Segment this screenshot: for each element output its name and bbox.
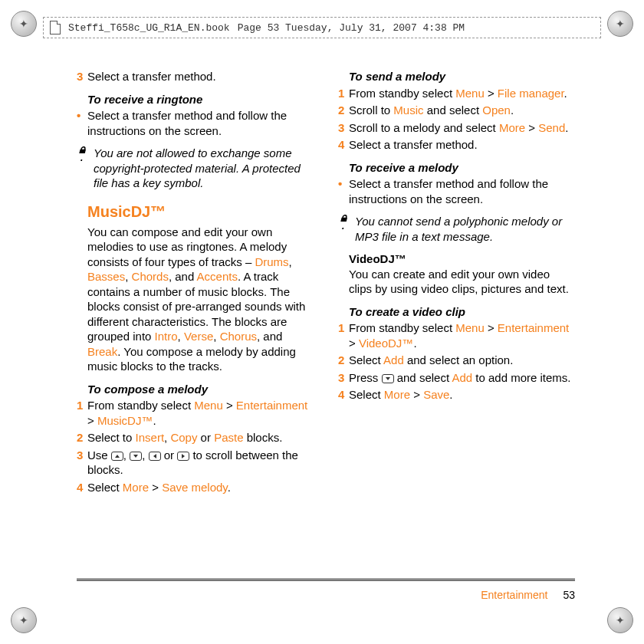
list-item: 2 Select Add and select an option. [338,353,575,368]
list-item: 2 Scroll to Music and select Open. [338,103,575,118]
subheading: To compose a melody [77,382,314,397]
section-title: MusicDJ™ [77,202,314,222]
step-number: 2 [338,353,349,368]
step-number: 3 [77,448,87,478]
step-number: 1 [338,320,349,350]
list-item: 1 From standby select Menu > Entertainme… [77,398,314,428]
nav-up-icon [111,452,123,461]
file-icon [50,21,61,34]
nav-down-icon [382,374,394,383]
header-filename: Steffi_T658c_UG_R1A_EN.book [68,22,230,34]
step-number: 1 [338,86,349,101]
lock-icon: 🔒︎. [338,214,349,244]
step-text: From standby select Menu > Entertainment… [349,320,575,350]
nav-left-icon [149,452,161,461]
step-text: Press and select Add to add more items. [349,370,575,386]
list-item: 1 From standby select Menu > Entertainme… [338,320,575,350]
step-number: 4 [77,480,87,495]
note: 🔒︎. You are not allowed to exchange some… [77,146,314,191]
step-number: 1 [77,398,87,428]
body-text: You can compose and edit your own melodi… [77,225,314,374]
step-number: 3 [338,370,349,386]
list-item: 4 Select a transfer method. [338,137,575,153]
bullet-text: Select a transfer method and follow the … [87,108,314,138]
list-item: 3 Select a transfer method. [77,69,314,84]
step-text: Select More > Save melody. [87,480,314,495]
list-item: 3 Use , , or to scroll between the block… [77,448,314,478]
step-number: 2 [338,103,349,118]
subheading: To receive a melody [338,160,575,176]
step-number: 3 [338,120,349,136]
list-item: 4 Select More > Save melody. [77,480,314,495]
section-subtitle: VideoDJ™ [338,251,575,267]
step-text: Use , , or to scroll between the blocks. [87,448,314,478]
body-text: You can create and edit your own video c… [338,267,575,297]
list-item: 4 Select More > Save. [338,387,575,402]
left-column: 3 Select a transfer method. To receive a… [77,69,314,575]
header-pageinfo: Page 53 Tuesday, July 31, 2007 4:38 PM [238,22,465,34]
list-item: 2 Select to Insert, Copy or Paste blocks… [77,430,314,445]
footer-section: Entertainment [481,589,547,601]
step-text: From standby select Menu > Entertainment… [87,398,314,428]
list-item: • Select a transfer method and follow th… [77,108,314,138]
step-text: Select a transfer method. [349,137,575,153]
corner-screw-br [607,607,633,633]
note: 🔒︎. You cannot send a polyphonic melody … [338,214,575,244]
footer-divider [77,578,575,581]
bullet-icon: • [338,176,349,206]
bullet-text: Select a transfer method and follow the … [349,176,575,206]
lock-icon: 🔒︎. [77,146,87,191]
print-header: Steffi_T658c_UG_R1A_EN.book Page 53 Tues… [43,17,601,38]
list-item: • Select a transfer method and follow th… [338,176,575,206]
step-number: 2 [77,430,87,445]
step-text: From standby select Menu > File manager. [349,86,575,101]
step-text: Select a transfer method. [87,69,314,84]
step-number: 4 [338,387,349,402]
step-text: Select to Insert, Copy or Paste blocks. [87,430,314,445]
corner-screw-tr [607,11,633,37]
nav-right-icon [177,452,189,461]
step-text: Select Add and select an option. [349,353,575,368]
nav-down-icon [130,452,142,461]
page-footer: Entertainment 53 [481,589,575,601]
step-text: Select More > Save. [349,387,575,402]
step-number: 4 [338,137,349,153]
note-text: You cannot send a polyphonic melody or M… [355,214,575,244]
step-text: Scroll to Music and select Open. [349,103,575,118]
footer-page-number: 53 [563,589,575,601]
step-text: Scroll to a melody and select More > Sen… [349,120,575,136]
page-content: 3 Select a transfer method. To receive a… [77,69,575,575]
list-item: 3 Scroll to a melody and select More > S… [338,120,575,136]
note-text: You are not allowed to exchange some cop… [94,146,314,191]
subheading: To send a melody [338,69,575,84]
list-item: 3 Press and select Add to add more items… [338,370,575,386]
list-item: 1 From standby select Menu > File manage… [338,86,575,101]
corner-screw-bl [11,607,37,633]
subheading: To create a video clip [338,304,575,320]
bullet-icon: • [77,108,87,138]
step-number: 3 [77,69,87,84]
subheading: To receive a ringtone [77,92,314,107]
right-column: To send a melody 1 From standby select M… [338,69,575,575]
corner-screw-tl [11,11,37,37]
